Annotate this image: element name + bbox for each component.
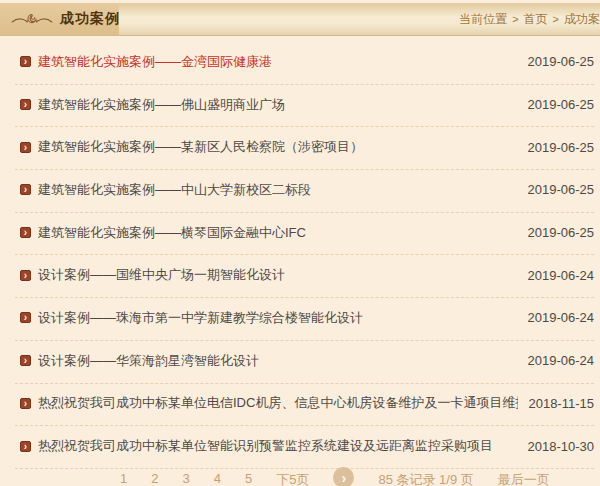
cloud-ornament-icon [10,9,54,29]
case-date: 2019-06-24 [518,353,595,368]
breadcrumb-prefix: 当前位置 [459,11,507,28]
case-title-link[interactable]: 建筑智能化实施案例——金湾国际健康港 [38,53,518,71]
case-list: › 建筑智能化实施案例——金湾国际健康港 2019-06-25 › 建筑智能化实… [15,42,594,469]
section-header: 成功案例 当前位置 > 首页 > 成功案例 [0,3,600,36]
case-date: 2019-06-25 [518,182,595,197]
case-list-item[interactable]: › 热烈祝贺我司成功中标某单位智能识别预警监控系统建设及远距离监控采购项目 20… [15,426,594,469]
case-title-link[interactable]: 热烈祝贺我司成功中标某单位电信IDC机房、信息中心机房设备维护及一卡通项目维护服… [38,394,518,412]
page-link-5[interactable]: 5 [245,471,252,486]
case-list-item[interactable]: › 热烈祝贺我司成功中标某单位电信IDC机房、信息中心机房设备维护及一卡通项目维… [15,384,594,427]
page-link-4[interactable]: 4 [214,471,221,486]
case-title-link[interactable]: 建筑智能化实施案例——佛山盛明商业广场 [38,96,518,114]
arrow-bullet-icon: › [20,99,31,110]
section-title-block: 成功案例 [0,3,119,35]
case-list-item[interactable]: › 建筑智能化实施案例——中山大学新校区二标段 2019-06-25 [15,170,594,213]
success-cases-page: 成功案例 当前位置 > 首页 > 成功案例 › 建筑智能化实施案例——金湾国际健… [0,0,600,486]
breadcrumb-separator: > [512,13,518,25]
breadcrumb-current-link[interactable]: 成功案例 [564,11,600,28]
last-page-link[interactable]: 最后一页 [498,471,550,486]
next-page-icon[interactable]: › [333,467,354,486]
case-list-item[interactable]: › 建筑智能化实施案例——横琴国际金融中心IFC 2019-06-25 [15,213,594,256]
pagination: 1 2 3 4 5 下5页 › 85 条记录 1/9 页 最后一页 [0,471,600,486]
arrow-bullet-icon: › [20,270,31,281]
case-list-item[interactable]: › 设计案例——华策海韵星湾智能化设计 2019-06-24 [15,341,594,384]
case-list-item[interactable]: › 设计案例——珠海市第一中学新建教学综合楼智能化设计 2019-06-24 [15,298,594,341]
page-link-2[interactable]: 2 [151,471,158,486]
case-date: 2019-06-25 [518,97,595,112]
case-title-link[interactable]: 热烈祝贺我司成功中标某单位智能识别预警监控系统建设及远距离监控采购项目 [38,437,518,455]
case-title-link[interactable]: 设计案例——华策海韵星湾智能化设计 [38,352,518,370]
breadcrumb-separator: > [553,13,559,25]
case-title-link[interactable]: 设计案例——国维中央广场一期智能化设计 [38,266,518,284]
breadcrumb: 当前位置 > 首页 > 成功案例 [459,3,600,35]
case-date: 2018-11-15 [518,396,594,411]
page-title: 成功案例 [60,10,120,28]
next-group-link[interactable]: 下5页 [276,471,309,486]
case-date: 2019-06-25 [518,54,595,69]
arrow-bullet-icon: › [20,227,31,238]
arrow-bullet-icon: › [20,441,31,452]
records-summary: 85 条记录 1/9 页 [378,471,473,486]
case-list-item[interactable]: › 建筑智能化实施案例——金湾国际健康港 2019-06-25 [15,42,594,85]
breadcrumb-home-link[interactable]: 首页 [524,11,548,28]
arrow-bullet-icon: › [20,355,31,366]
case-date: 2019-06-24 [518,310,595,325]
arrow-bullet-icon: › [20,398,31,409]
case-date: 2018-10-30 [518,439,595,454]
arrow-bullet-icon: › [20,312,31,323]
case-date: 2019-06-25 [518,225,595,240]
case-list-item[interactable]: › 建筑智能化实施案例——佛山盛明商业广场 2019-06-25 [15,85,594,128]
case-title-link[interactable]: 建筑智能化实施案例——某新区人民检察院（涉密项目） [38,138,518,156]
case-title-link[interactable]: 建筑智能化实施案例——横琴国际金融中心IFC [38,224,518,242]
case-date: 2019-06-24 [518,268,595,283]
case-list-item[interactable]: › 建筑智能化实施案例——某新区人民检察院（涉密项目） 2019-06-25 [15,127,594,170]
case-title-link[interactable]: 设计案例——珠海市第一中学新建教学综合楼智能化设计 [38,309,518,327]
case-title-link[interactable]: 建筑智能化实施案例——中山大学新校区二标段 [38,181,518,199]
case-date: 2019-06-25 [518,140,595,155]
page-link-3[interactable]: 3 [182,471,189,486]
arrow-bullet-icon: › [20,56,31,67]
arrow-bullet-icon: › [20,184,31,195]
arrow-bullet-icon: › [20,142,31,153]
case-list-item[interactable]: › 设计案例——国维中央广场一期智能化设计 2019-06-24 [15,255,594,298]
page-link-1[interactable]: 1 [120,471,127,486]
